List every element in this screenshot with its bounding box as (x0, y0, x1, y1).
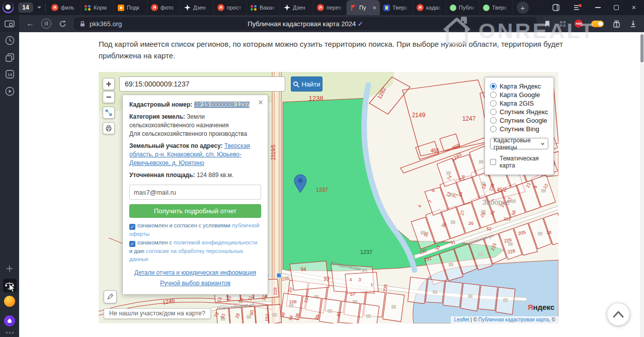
popup-close-icon[interactable]: × (258, 98, 263, 107)
scrollbar-thumb[interactable] (640, 34, 643, 62)
download-icon[interactable] (629, 20, 637, 28)
reload-icon[interactable] (58, 20, 67, 28)
page-scrollbar[interactable] (640, 32, 644, 337)
browser-tab[interactable]: Япрост (214, 0, 247, 15)
notifications-icon[interactable] (573, 4, 582, 12)
layer-option[interactable]: Карта Google (490, 91, 548, 99)
radio-icon[interactable] (490, 117, 497, 124)
map-label: 1247 (462, 115, 476, 122)
scroll-to-top-button[interactable] (607, 303, 629, 325)
parcel-info-popup: × Кадастровый номер: 69:15:0000009:1237 … (122, 95, 268, 295)
close-button[interactable]: × (632, 4, 636, 11)
cadastral-parcel (339, 301, 360, 323)
layer-option[interactable]: Спутник Google (490, 116, 548, 125)
chevron-down-icon[interactable] (37, 7, 41, 9)
pencil-icon (106, 293, 114, 301)
cadastral-number-link[interactable]: 69:15:0000009:1237 (194, 101, 250, 108)
tab-close-icon[interactable]: × (372, 4, 376, 12)
yandex-logo[interactable]: Яндекс (528, 303, 554, 311)
get-report-button[interactable]: Получить подробный отчет (129, 204, 261, 218)
fullscreen-button[interactable] (103, 107, 115, 119)
browser-tab[interactable]: Публи (446, 0, 479, 15)
address-bar[interactable]: pkk365.org Публичная кадастровая карта 2… (74, 17, 537, 30)
browser-tab[interactable]: Вакан (247, 0, 280, 15)
leaflet-link[interactable]: Leaflet (454, 317, 469, 322)
building (449, 263, 453, 266)
building (391, 305, 395, 308)
browser-tab[interactable]: Якадас (413, 0, 446, 15)
not-found-hint[interactable]: Не нашли участок/дом на карте? (104, 308, 211, 319)
tab-title: Корм (94, 5, 110, 11)
court-site-shortcut-icon[interactable] (0, 279, 19, 292)
browser-tab[interactable]: Яфото (147, 0, 181, 15)
cadastral-number-row: Кадастровый номер: 69:15:0000009:1237 (129, 101, 261, 109)
url-domain[interactable]: pkk365.org (90, 20, 122, 28)
extensions-grid-icon[interactable] (559, 21, 566, 27)
radio-icon[interactable] (490, 92, 497, 98)
layer-option[interactable]: Карта 2GIS (490, 99, 548, 108)
bookmark-icon[interactable] (544, 20, 551, 28)
alice-assistant-icon[interactable] (0, 315, 19, 326)
radio-icon[interactable] (490, 126, 497, 132)
battery-saver-toggle[interactable] (591, 21, 604, 27)
radio-icon[interactable] (490, 109, 497, 115)
tabs-panel-icon[interactable]: 14 (0, 69, 19, 79)
search-button[interactable]: Найти (291, 76, 323, 92)
yandex-service-shortcut-icon[interactable] (0, 296, 19, 307)
cadastral-search-input[interactable] (119, 76, 285, 92)
yandex-search-icon[interactable]: Я (41, 19, 51, 29)
more-options-icon[interactable] (0, 332, 19, 333)
adblock-badge[interactable]: ABP (575, 20, 583, 28)
layer-option[interactable]: Спутник Яндекс (490, 108, 548, 116)
zoom-in-button[interactable]: + (103, 78, 115, 90)
map-label: Заборье (482, 198, 510, 206)
browser-tab[interactable]: Корм (81, 0, 114, 15)
manual-choice-link[interactable]: Ручной выбор вариантов (160, 280, 230, 287)
dots-favicon (85, 5, 91, 11)
profile-avatar[interactable] (3, 2, 14, 13)
browser-tab-active[interactable]: Пу× (347, 0, 380, 15)
radio-selected-icon[interactable] (490, 83, 497, 90)
add-panel-icon[interactable] (0, 265, 19, 273)
back-icon[interactable]: ← (26, 19, 34, 28)
history-icon[interactable] (0, 35, 19, 46)
zoom-out-button[interactable]: − (103, 91, 115, 103)
boundaries-dropdown[interactable]: Кадастровые границы (490, 138, 548, 149)
collections-icon[interactable] (0, 52, 19, 63)
thematic-map-row[interactable]: Тематическая карта (490, 155, 548, 169)
cadastral-map[interactable]: 123821491247128245/246846912431938561240… (99, 72, 558, 323)
restore-button[interactable] (614, 5, 619, 10)
measure-tool-button[interactable] (104, 290, 117, 303)
checked-checkbox-icon[interactable]: ✓ (129, 224, 135, 230)
tab-counter[interactable]: 14 (18, 3, 33, 13)
browser-tab[interactable]: Дзен (181, 0, 214, 15)
flag-favicon (350, 5, 357, 11)
layer-option[interactable]: Карта Яндекс (490, 82, 548, 91)
browser-tab[interactable]: Подк (114, 0, 147, 15)
print-button[interactable] (103, 122, 115, 134)
browser-tab[interactable]: Тверс (479, 0, 513, 15)
personal-data-link[interactable]: согласие на обработку персональных данны… (129, 248, 243, 263)
pkk-link[interactable]: Публичная кадастровая карта (478, 317, 549, 322)
building (433, 291, 437, 294)
new-tab-button[interactable]: + (517, 2, 529, 14)
unchecked-checkbox-icon[interactable] (490, 159, 496, 165)
building (542, 189, 546, 192)
layer-option[interactable]: Спутник Bing (490, 125, 548, 133)
map-label: 108 (289, 299, 296, 304)
screenshot-tool-icon[interactable] (0, 15, 19, 32)
map-label: 2319/5 (271, 144, 276, 160)
minimize-button[interactable] (595, 7, 601, 8)
radio-icon[interactable] (490, 100, 497, 107)
browser-tab[interactable]: Тверс (380, 0, 413, 15)
gift-icon[interactable] (612, 20, 621, 28)
checked-checkbox-icon[interactable]: ✓ (129, 241, 135, 247)
browser-tab[interactable]: Дзен (280, 0, 313, 15)
email-field[interactable] (129, 185, 261, 200)
browser-tab[interactable]: Яперев (313, 0, 347, 15)
privacy-policy-link[interactable]: политикой конфиденциальности (174, 239, 257, 245)
sidebar-panel-icon[interactable] (552, 4, 560, 12)
browser-tab[interactable]: Яфиль (48, 0, 81, 15)
report-details-link[interactable]: Детали отчета и юридическая информация (134, 269, 256, 276)
video-icon[interactable] (0, 86, 19, 97)
